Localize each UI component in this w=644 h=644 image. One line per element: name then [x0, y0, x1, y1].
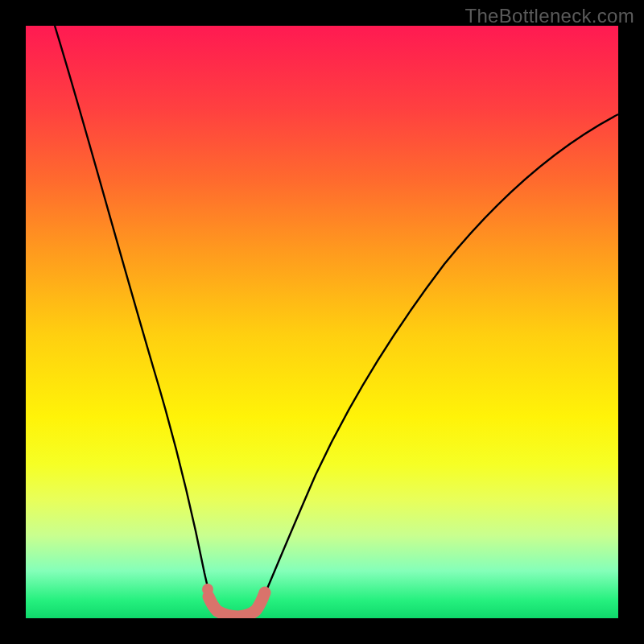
watermark-text: TheBottleneck.com [464, 5, 634, 27]
curve-left [55, 26, 214, 610]
highlight-band [208, 592, 265, 617]
curve-right [259, 114, 618, 607]
bottleneck-curve [26, 26, 618, 618]
highlight-start-dot [202, 584, 213, 595]
plot-area [26, 26, 618, 618]
chart-frame: TheBottleneck.com [0, 0, 644, 644]
